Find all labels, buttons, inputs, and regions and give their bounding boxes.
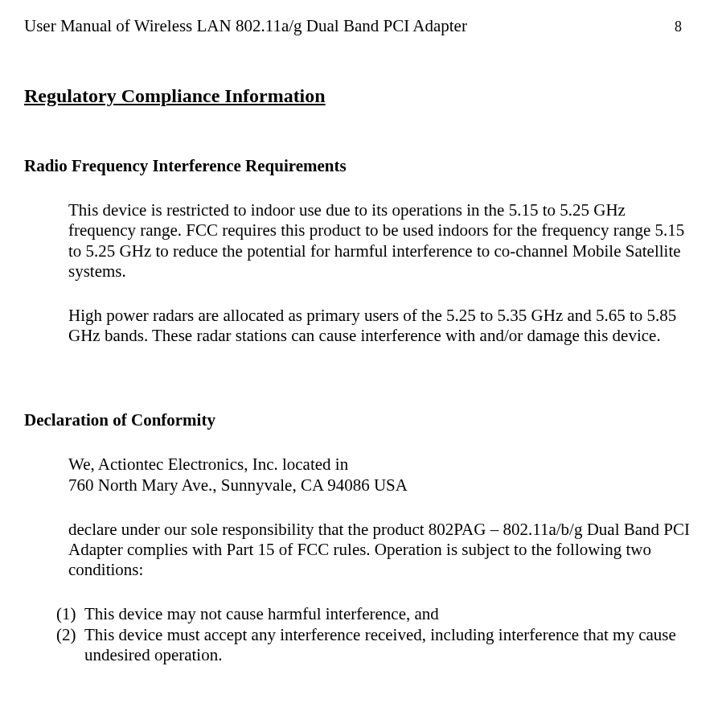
conditions-list: (1) This device may not cause harmful in… [56,604,690,665]
list-content-1: This device may not cause harmful interf… [84,604,690,624]
doc-para1-line1: We, Actiontec Electronics, Inc. located … [68,454,348,474]
page-header: User Manual of Wireless LAN 802.11a/g Du… [24,16,698,36]
list-marker-2: (2) [56,625,84,665]
rf-paragraph-2: High power radars are allocated as prima… [68,306,690,346]
doc-para1-line2: 760 North Mary Ave., Sunnyvale, CA 94086… [68,475,408,495]
doc-paragraph-1: We, Actiontec Electronics, Inc. located … [68,454,690,495]
list-marker-1: (1) [56,604,84,624]
section-title: Regulatory Compliance Information [24,84,698,108]
doc-subsection-title: Declaration of Conformity [24,410,698,430]
list-item: (2) This device must accept any interfer… [56,625,690,665]
rf-subsection-title: Radio Frequency Interference Requirement… [24,156,698,176]
list-content-2: This device must accept any interference… [84,625,690,665]
doc-paragraph-2: declare under our sole responsibility th… [68,520,690,581]
rf-paragraph-1: This device is restricted to indoor use … [68,200,690,282]
header-title: User Manual of Wireless LAN 802.11a/g Du… [24,16,467,36]
list-item: (1) This device may not cause harmful in… [56,604,690,624]
page-number: 8 [675,19,698,36]
